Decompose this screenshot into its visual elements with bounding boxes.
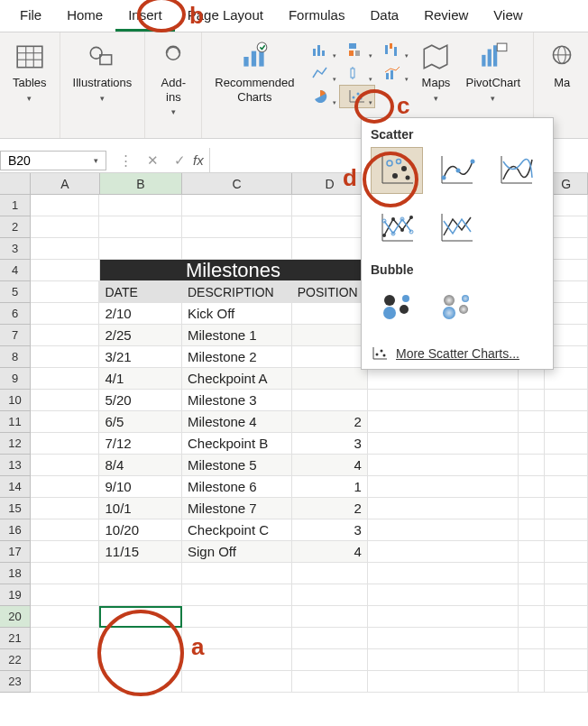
cell[interactable] — [31, 238, 99, 260]
cell[interactable] — [368, 563, 519, 584]
cell[interactable]: Milestone 3 — [182, 390, 292, 411]
cell[interactable] — [31, 606, 99, 628]
cell[interactable]: Milestone 6 — [182, 476, 292, 498]
cell[interactable]: Milestone 2 — [182, 346, 292, 368]
cell[interactable] — [519, 411, 545, 433]
hierarchy-chart-button[interactable]: ▾ — [339, 38, 375, 61]
cell[interactable] — [368, 455, 519, 476]
tab-file[interactable]: File — [7, 0, 54, 32]
cell[interactable] — [519, 584, 545, 606]
scatter-lines-markers-option[interactable] — [371, 205, 423, 252]
combo-chart-button[interactable]: ▾ — [375, 61, 411, 85]
cell[interactable] — [31, 563, 99, 584]
cell[interactable] — [31, 519, 99, 541]
cancel-formula-button[interactable]: ✕ — [139, 152, 166, 169]
cell[interactable] — [31, 390, 99, 411]
cell[interactable] — [31, 433, 99, 455]
tab-data[interactable]: Data — [357, 0, 411, 32]
cell[interactable] — [182, 195, 292, 216]
cell[interactable] — [368, 433, 519, 455]
cell[interactable] — [519, 519, 545, 541]
tab-view[interactable]: View — [481, 0, 535, 32]
cell[interactable] — [182, 606, 292, 628]
row-header[interactable]: 6 — [0, 303, 31, 325]
cell[interactable]: 2/25 — [99, 325, 182, 346]
cell[interactable]: 2/10 — [99, 303, 182, 325]
row-header[interactable]: 3 — [0, 238, 31, 260]
cell[interactable] — [292, 238, 368, 260]
cell[interactable] — [31, 260, 100, 281]
cell[interactable] — [31, 411, 99, 433]
cell[interactable] — [519, 649, 545, 671]
cell[interactable]: 6/5 — [99, 411, 182, 433]
row-header[interactable]: 4 — [0, 260, 31, 281]
cell[interactable] — [368, 628, 519, 649]
cell[interactable] — [292, 563, 368, 584]
row-header[interactable]: 12 — [0, 433, 31, 455]
cell[interactable] — [545, 584, 588, 606]
fx-label[interactable]: fx — [193, 152, 204, 168]
cell[interactable] — [368, 390, 519, 411]
cell[interactable]: Checkpoint A — [182, 368, 292, 390]
row-header[interactable]: 1 — [0, 195, 31, 216]
cell[interactable] — [368, 519, 519, 541]
waterfall-chart-button[interactable]: ▾ — [375, 38, 411, 61]
cell[interactable]: Checkpoint C — [182, 519, 292, 541]
statistic-chart-button[interactable]: ▾ — [339, 61, 375, 85]
cell[interactable] — [545, 368, 588, 390]
maps-button[interactable]: Maps ▾ — [415, 38, 456, 106]
recommended-charts-button[interactable]: Recommended Charts — [209, 38, 299, 107]
cell[interactable] — [182, 563, 292, 584]
cell[interactable]: Checkpoint B — [182, 433, 292, 455]
cell[interactable] — [31, 671, 99, 693]
cell[interactable] — [368, 541, 519, 563]
cell[interactable] — [31, 303, 99, 325]
cell[interactable]: 1 — [292, 476, 368, 498]
cell[interactable] — [99, 563, 182, 584]
cell[interactable] — [182, 238, 292, 260]
cell[interactable] — [292, 325, 368, 346]
cell[interactable] — [545, 455, 588, 476]
cell[interactable] — [99, 628, 182, 649]
cell[interactable]: 2 — [292, 411, 368, 433]
more-scatter-charts-link[interactable]: More Scatter Charts... — [371, 340, 544, 362]
row-header[interactable]: 17 — [0, 541, 31, 563]
cell[interactable]: Milestone 1 — [182, 325, 292, 346]
cell[interactable]: 9/10 — [99, 476, 182, 498]
table-title[interactable]: Milestones — [100, 260, 368, 281]
cell[interactable] — [31, 195, 99, 216]
scatter-smooth-option[interactable] — [490, 147, 542, 194]
enter-formula-button[interactable]: ✓ — [166, 152, 193, 169]
line-chart-button[interactable]: ▾ — [303, 61, 339, 85]
col-header-c[interactable]: C — [182, 173, 292, 194]
row-header[interactable]: 15 — [0, 498, 31, 519]
cell[interactable] — [31, 368, 99, 390]
bubble-3d-option[interactable] — [430, 282, 482, 329]
cell[interactable] — [519, 541, 545, 563]
col-header-b[interactable]: B — [100, 173, 183, 194]
row-header[interactable]: 11 — [0, 411, 31, 433]
cell[interactable] — [545, 498, 588, 519]
cell[interactable]: 3 — [292, 519, 368, 541]
illustrations-button[interactable]: Illustrations ▾ — [68, 38, 138, 106]
column-chart-button[interactable]: ▾ — [303, 38, 339, 61]
cell[interactable]: 4/1 — [99, 368, 182, 390]
cell[interactable]: 7/12 — [99, 433, 182, 455]
row-header[interactable]: 22 — [0, 649, 31, 671]
row-header[interactable]: 13 — [0, 455, 31, 476]
scatter-chart-button[interactable]: ▾ — [339, 85, 375, 108]
cell[interactable] — [182, 671, 292, 693]
cell[interactable] — [519, 606, 545, 628]
cell[interactable] — [292, 628, 368, 649]
col-header-description[interactable]: DESCRIPTION — [182, 281, 292, 303]
bubble-2d-option[interactable] — [371, 282, 423, 329]
cell[interactable] — [519, 628, 545, 649]
cell[interactable] — [368, 476, 519, 498]
cell[interactable] — [31, 216, 99, 238]
cell[interactable] — [519, 671, 545, 693]
cell[interactable] — [31, 541, 99, 563]
pie-chart-button[interactable]: ▾ — [303, 85, 339, 108]
tab-formulas[interactable]: Formulas — [276, 0, 358, 32]
row-header[interactable]: 16 — [0, 519, 31, 541]
cell[interactable] — [31, 476, 99, 498]
